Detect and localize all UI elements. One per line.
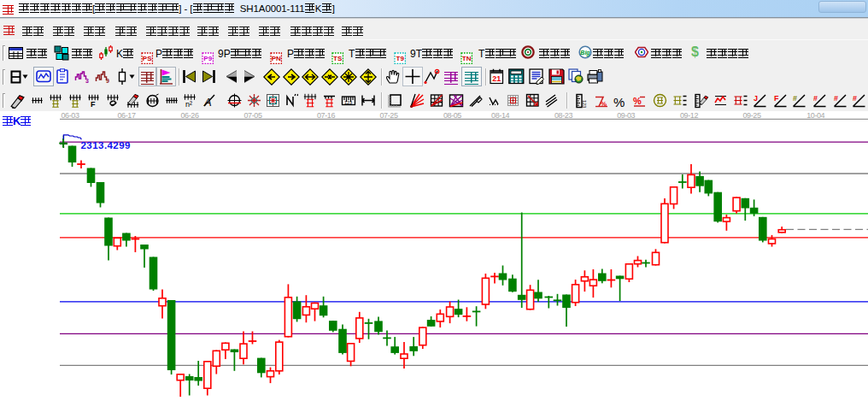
svg-text:07-16: 07-16	[317, 111, 335, 120]
svg-text:06-26: 06-26	[180, 111, 198, 120]
svg-text:10-04: 10-04	[806, 111, 824, 120]
svg-text:08-23: 08-23	[554, 111, 572, 120]
svg-text:08-05: 08-05	[443, 111, 461, 120]
svg-text:06-17: 06-17	[117, 111, 135, 120]
svg-text:07-05: 07-05	[243, 111, 261, 120]
svg-text:07-25: 07-25	[379, 111, 397, 120]
svg-text:09-25: 09-25	[742, 111, 760, 120]
svg-text:08-14: 08-14	[491, 111, 509, 120]
svg-text:09-03: 09-03	[617, 111, 635, 120]
svg-text:06-03: 06-03	[61, 111, 79, 120]
svg-text:09-12: 09-12	[680, 111, 698, 120]
svg-text:2313.4299: 2313.4299	[81, 140, 131, 150]
